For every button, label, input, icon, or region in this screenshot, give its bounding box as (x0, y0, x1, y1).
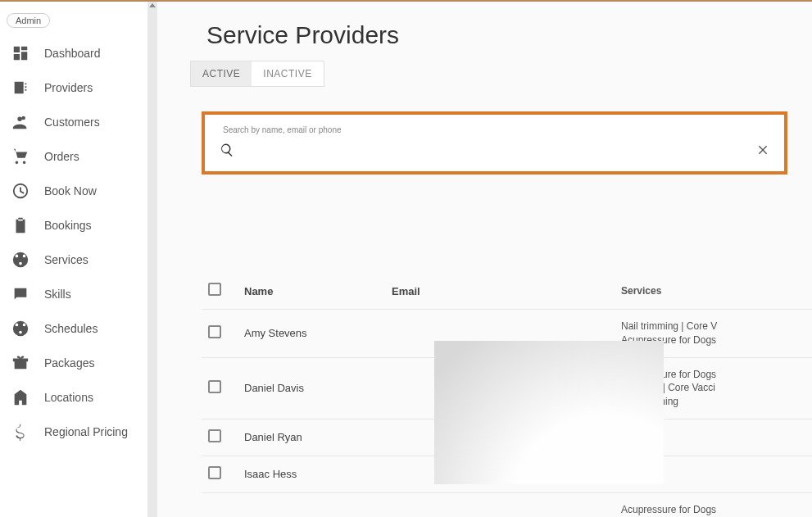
cell-name: Daniel Ryan (244, 431, 392, 443)
cell-services: Acupressure for Dogs (621, 503, 805, 517)
cell-name: Isaac Hess (244, 468, 392, 480)
sidebar: Admin Dashboard Providers Customers Orde… (0, 2, 147, 517)
select-all-checkbox[interactable] (208, 283, 221, 296)
building-icon (11, 388, 29, 406)
sidebar-item-customers[interactable]: Customers (0, 105, 147, 139)
search-input[interactable] (234, 139, 756, 160)
providers-table: Name Email Services Amy Stevens Nail tri… (202, 273, 812, 517)
cell-name: Amy Stevens (244, 327, 392, 339)
sidebar-item-dashboard[interactable]: Dashboard (0, 36, 147, 70)
row-checkbox[interactable] (208, 325, 221, 338)
col-header-name: Name (244, 285, 392, 297)
sidebar-item-label: Skills (44, 288, 71, 301)
col-header-services: Services (621, 284, 805, 298)
sidebar-item-label: Regional Pricing (44, 425, 128, 438)
sidebar-item-regional-pricing[interactable]: Regional Pricing (0, 415, 147, 449)
services-icon (11, 251, 29, 269)
scroll-up-arrow-icon (149, 3, 156, 7)
chat-icon (11, 285, 29, 303)
table-row[interactable]: Daniel Davis Acupressure for Dogs Cleani… (202, 358, 812, 419)
sidebar-item-skills[interactable]: Skills (0, 277, 147, 311)
sidebar-item-book-now[interactable]: Book Now (0, 174, 147, 208)
sidebar-item-orders[interactable]: Orders (0, 139, 147, 174)
table-row[interactable]: Isaac Hess (202, 456, 812, 493)
cart-icon (11, 147, 29, 166)
sidebar-item-label: Providers (44, 81, 93, 94)
table-row[interactable]: Daniel Ryan (202, 419, 812, 456)
sidebar-item-bookings[interactable]: Bookings (0, 208, 147, 243)
sidebar-item-label: Bookings (44, 219, 92, 232)
sidebar-item-schedules[interactable]: Schedules (0, 311, 147, 346)
search-container-highlight: Search by name, email or phone (202, 111, 787, 175)
sidebar-item-label: Dashboard (44, 47, 101, 60)
sidebar-scroll-track[interactable] (147, 2, 157, 517)
search-icon (220, 143, 234, 157)
sidebar-item-label: Services (44, 253, 88, 266)
row-checkbox[interactable] (208, 380, 221, 393)
sidebar-item-label: Customers (44, 116, 100, 129)
sidebar-item-locations[interactable]: Locations (0, 380, 147, 415)
sidebar-item-label: Orders (44, 150, 79, 163)
cell-services: Nail trimming | Core V Acupressure for D… (621, 320, 805, 347)
clear-icon[interactable] (756, 143, 769, 156)
dashboard-icon (11, 44, 29, 62)
table-header: Name Email Services (202, 273, 812, 310)
table-row[interactable]: Amy Stevens Nail trimming | Core V Acupr… (202, 310, 812, 358)
row-checkbox[interactable] (208, 466, 221, 479)
sidebar-item-label: Packages (44, 356, 94, 370)
col-header-email: Email (392, 285, 621, 297)
admin-badge: Admin (7, 13, 50, 28)
customers-icon (11, 113, 29, 131)
sidebar-item-packages[interactable]: Packages (0, 346, 147, 380)
sidebar-item-providers[interactable]: Providers (0, 70, 147, 105)
main-content: Service Providers ACTIVE INACTIVE Search… (157, 2, 812, 517)
cell-name: Daniel Davis (244, 382, 392, 394)
dollar-icon (11, 423, 29, 441)
tab-inactive[interactable]: INACTIVE (252, 61, 323, 86)
schedules-icon (11, 320, 29, 338)
clock-icon (11, 182, 29, 200)
clipboard-icon (11, 216, 29, 234)
sidebar-item-label: Locations (44, 391, 93, 404)
table-row-peek[interactable]: Acupressure for Dogs (202, 493, 812, 517)
sidebar-item-services[interactable]: Services (0, 243, 147, 277)
sidebar-item-label: Schedules (44, 322, 98, 335)
row-checkbox[interactable] (208, 429, 221, 442)
tab-active[interactable]: ACTIVE (191, 61, 252, 86)
gift-icon (11, 354, 29, 372)
providers-icon (11, 79, 29, 97)
page-title: Service Providers (206, 21, 812, 49)
cell-services: Acupressure for Dogs Cleaning | Core Vac… (621, 368, 805, 409)
status-tabs: ACTIVE INACTIVE (190, 61, 324, 87)
search-legend: Search by name, email or phone (220, 125, 345, 134)
sidebar-item-label: Book Now (44, 184, 97, 197)
